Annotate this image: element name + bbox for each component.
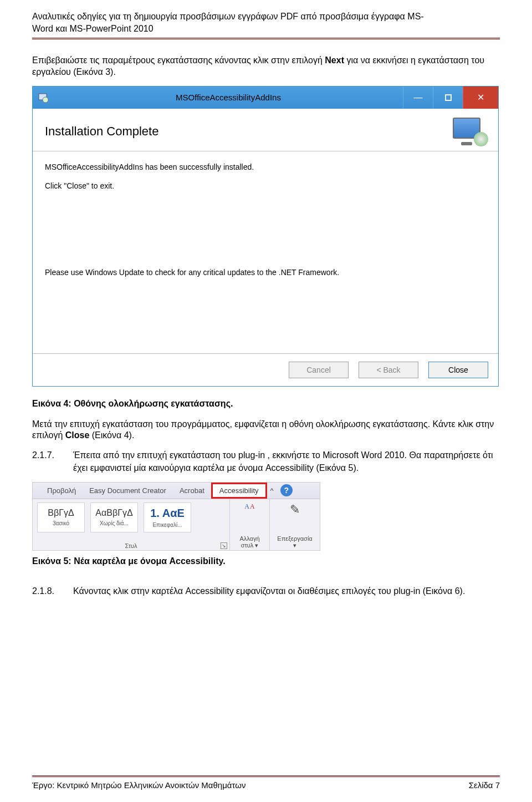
footer-rule xyxy=(32,775,500,777)
close-button[interactable]: Close xyxy=(428,362,488,378)
installer-body-line1: MSOfficeAccessibilityAddIns has been suc… xyxy=(45,163,486,171)
style-nospacing-sample: ΑαΒβΓγΔ xyxy=(95,508,132,518)
style-basic[interactable]: ΒβΓγΔ 3ασικό xyxy=(37,502,85,532)
change-styles-label: Αλλαγή στυλ ▾ xyxy=(239,535,259,549)
style-basic-label: 3ασικό xyxy=(53,520,69,526)
editing-group: ✎ Επεξεργασία ▾ xyxy=(270,499,320,550)
style-heading[interactable]: 1. ΑαE Επικεφαλί... xyxy=(144,502,191,532)
page-header-line1: Αναλυτικές οδηγίες για τη δημιουργία προ… xyxy=(32,11,500,23)
step-text-217: Έπειτα από την επιτυχή εγκατάσταση του p… xyxy=(73,449,500,474)
tab-accessibility[interactable]: Accessibility xyxy=(211,483,267,499)
step-text-218: Κάνοντας κλικ στην καρτέλα Accessibility… xyxy=(73,585,500,597)
styles-launcher-icon[interactable]: ↘ xyxy=(221,542,227,549)
figure4-caption: Εικόνα 4: Οθόνης ολοκλήρωσης εγκατάσταση… xyxy=(32,399,500,409)
step-2-1-7: 2.1.7. Έπειτα από την επιτυχή εγκατάστασ… xyxy=(32,449,500,474)
installer-body-line3: Please use Windows Update to check for a… xyxy=(45,268,486,277)
styles-group-label: Στυλ ↘ xyxy=(37,541,225,549)
style-no-spacing[interactable]: ΑαΒβΓγΔ Χωρίς διά... xyxy=(90,502,138,532)
tab-view[interactable]: Προβολή xyxy=(40,483,83,499)
back-button[interactable]: < Back xyxy=(359,362,418,378)
header-rule xyxy=(32,38,500,39)
style-nospacing-label: Χωρίς διά... xyxy=(100,520,129,526)
ribbon-body: ΒβΓγΔ 3ασικό ΑαΒβΓγΔ Χωρίς διά... 1. ΑαE… xyxy=(33,499,320,550)
intro-paragraph: Επιβεβαιώστε τις παραμέτρους εγκατάσταση… xyxy=(32,55,500,78)
footer-left: Έργο: Κεντρικό Μητρώο Ελληνικών Ανοικτών… xyxy=(32,780,245,790)
figure5-caption: Εικόνα 5: Νέα καρτέλα με όνομα Accessibi… xyxy=(32,556,500,566)
ribbon-collapse-icon[interactable]: ^ xyxy=(267,483,277,499)
page-header-line2: Word και MS-PowerPoint 2010 xyxy=(32,23,500,35)
tab-easy-document-creator[interactable]: Easy Document Creator xyxy=(83,483,173,499)
styles-group: ΒβΓγΔ 3ασικό ΑαΒβΓγΔ Χωρίς διά... 1. ΑαE… xyxy=(33,499,230,550)
editing-label: Επεξεργασία ▾ xyxy=(277,535,312,549)
style-heading-label: Επικεφαλί... xyxy=(152,522,182,528)
editing-icon[interactable]: ✎ xyxy=(290,502,300,517)
svg-point-1 xyxy=(43,97,48,103)
installer-body-line2: Click "Close" to exit. xyxy=(45,181,486,190)
installer-titlebar: MSOfficeAccessibilityAddIns — ✕ xyxy=(33,87,498,109)
page-footer: Έργο: Κεντρικό Μητρώο Ελληνικών Ανοικτών… xyxy=(32,775,500,790)
step-num-218: 2.1.8. xyxy=(32,585,63,597)
change-styles-icon[interactable]: AA xyxy=(244,502,254,511)
installer-footer: Cancel < Back Close xyxy=(33,353,498,386)
installer-body: MSOfficeAccessibilityAddIns has been suc… xyxy=(33,151,498,353)
change-label2: στυλ ▾ xyxy=(239,542,259,549)
maximize-button[interactable] xyxy=(433,87,463,109)
minimize-button[interactable]: — xyxy=(403,87,433,109)
change-styles-group: AA Αλλαγή στυλ ▾ xyxy=(230,499,270,550)
after4-bold-close: Close xyxy=(65,430,90,440)
step-num-217: 2.1.7. xyxy=(32,449,63,474)
intro-pre: Επιβεβαιώστε τις παραμέτρους εγκατάσταση… xyxy=(32,55,325,65)
styles-group-label-text: Στυλ xyxy=(125,542,137,549)
help-icon[interactable]: ? xyxy=(280,484,293,496)
installer-heading: Installation Complete xyxy=(45,124,158,139)
cancel-button[interactable]: Cancel xyxy=(289,362,349,378)
after4-post: (Εικόνα 4). xyxy=(89,430,134,440)
ribbon-tabstrip: Προβολή Easy Document Creator Acrobat Ac… xyxy=(33,483,320,499)
editing-label-text: Επεξεργασία xyxy=(277,535,312,542)
ribbon-left-edge xyxy=(35,483,40,499)
close-window-button[interactable]: ✕ xyxy=(463,87,498,109)
style-basic-sample: ΒβΓγΔ xyxy=(48,508,74,518)
installer-window: MSOfficeAccessibilityAddIns — ✕ Installa… xyxy=(32,86,499,387)
computer-disc-icon xyxy=(453,118,486,145)
footer-right: Σελίδα 7 xyxy=(469,780,500,790)
change-label1: Αλλαγή xyxy=(239,535,259,542)
editing-dropdown-icon: ▾ xyxy=(277,542,312,549)
after-fig4-paragraph: Μετά την επιτυχή εγκατάσταση του προγράμ… xyxy=(32,419,500,442)
word-ribbon: Προβολή Easy Document Creator Acrobat Ac… xyxy=(32,482,320,551)
tab-acrobat[interactable]: Acrobat xyxy=(173,483,211,499)
installer-header-row: Installation Complete xyxy=(33,109,498,151)
step-2-1-8: 2.1.8. Κάνοντας κλικ στην καρτέλα Access… xyxy=(32,585,500,597)
installer-title: MSOfficeAccessibilityAddIns xyxy=(54,87,403,109)
intro-bold-next: Next xyxy=(325,55,344,65)
installer-icon xyxy=(33,87,54,109)
style-heading-sample: 1. ΑαE xyxy=(150,507,185,520)
